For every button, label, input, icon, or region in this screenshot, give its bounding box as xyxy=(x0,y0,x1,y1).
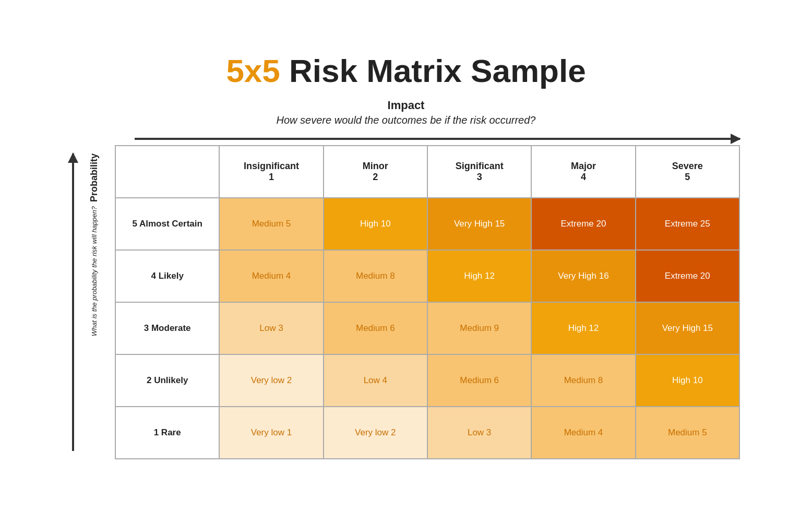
row-label-2: 3 Moderate xyxy=(115,302,219,354)
risk-matrix-table: Insignificant1 Minor2 Significant3 Major… xyxy=(115,145,740,459)
row-label-0: 5 Almost Certain xyxy=(115,198,219,250)
header-cell-2: Minor2 xyxy=(324,146,427,198)
page-wrapper: 5x5 Risk Matrix Sample Impact How severe… xyxy=(41,31,771,480)
cell-r4-c3: Medium 4 xyxy=(531,407,635,459)
impact-label: Impact xyxy=(388,99,425,112)
row-label-3: 2 Unlikely xyxy=(115,354,219,407)
cell-r1-c4: Extreme 20 xyxy=(636,250,739,302)
cell-r0-c1: High 10 xyxy=(324,198,427,250)
header-cell-5: Severe5 xyxy=(636,146,739,198)
table-row: 2 UnlikelyVery low 2Low 4Medium 6Medium … xyxy=(115,354,739,407)
table-row: 5 Almost CertainMedium 5High 10Very High… xyxy=(115,198,739,250)
y-arrow-line xyxy=(72,153,74,451)
title-suffix: Risk Matrix Sample xyxy=(289,53,586,89)
table-row: 3 ModerateLow 3Medium 6Medium 9High 12Ve… xyxy=(115,302,739,354)
impact-arrow-row xyxy=(72,137,740,140)
cell-r1-c1: Medium 8 xyxy=(324,250,427,302)
cell-r3-c1: Low 4 xyxy=(324,354,427,407)
cell-r4-c4: Medium 5 xyxy=(636,407,739,459)
cell-r1-c2: High 12 xyxy=(427,250,531,302)
header-cell-3: Significant3 xyxy=(427,146,531,198)
cell-r2-c3: High 12 xyxy=(531,302,635,354)
y-arrow-container xyxy=(72,153,74,451)
impact-subtitle: How severe would the outcomes be if the … xyxy=(277,114,536,126)
table-row: 1 RareVery low 1Very low 2Low 3Medium 4M… xyxy=(115,407,739,459)
cell-r0-c3: Extreme 20 xyxy=(531,198,635,250)
row-label-4: 1 Rare xyxy=(115,407,219,459)
row-label-1: 4 Likely xyxy=(115,250,219,302)
header-row: Insignificant1 Minor2 Significant3 Major… xyxy=(115,146,739,198)
table-row: 4 LikelyMedium 4Medium 8High 12Very High… xyxy=(115,250,739,302)
probability-subtitle: What is the probability the risk will ha… xyxy=(90,206,98,336)
cell-r3-c4: High 10 xyxy=(636,354,739,407)
cell-r0-c0: Medium 5 xyxy=(219,198,323,250)
cell-r4-c2: Low 3 xyxy=(427,407,531,459)
cell-r3-c2: Medium 6 xyxy=(427,354,531,407)
cell-r1-c0: Medium 4 xyxy=(219,250,323,302)
matrix-area: Probability What is the probability the … xyxy=(72,145,740,459)
header-cell-1: Insignificant1 xyxy=(219,146,323,198)
impact-arrow xyxy=(135,138,740,140)
cell-r2-c2: Medium 9 xyxy=(427,302,531,354)
cell-r3-c0: Very low 2 xyxy=(219,354,323,407)
cell-r0-c4: Extreme 25 xyxy=(636,198,739,250)
cell-r2-c1: Medium 6 xyxy=(324,302,427,354)
cell-r4-c1: Very low 2 xyxy=(324,407,427,459)
cell-r4-c0: Very low 1 xyxy=(219,407,323,459)
y-axis: Probability What is the probability the … xyxy=(72,153,110,451)
main-title: 5x5 Risk Matrix Sample xyxy=(226,52,586,89)
cell-r1-c3: Very High 16 xyxy=(531,250,635,302)
cell-r2-c4: Very High 15 xyxy=(636,302,739,354)
cell-r3-c3: Medium 8 xyxy=(531,354,635,407)
header-cell-empty xyxy=(115,146,219,198)
y-labels: Probability What is the probability the … xyxy=(78,153,110,451)
cell-r2-c0: Low 3 xyxy=(219,302,323,354)
header-cell-4: Major4 xyxy=(531,146,635,198)
probability-label: Probability xyxy=(89,153,100,202)
title-prefix: 5x5 xyxy=(226,53,289,89)
cell-r0-c2: Very High 15 xyxy=(427,198,531,250)
